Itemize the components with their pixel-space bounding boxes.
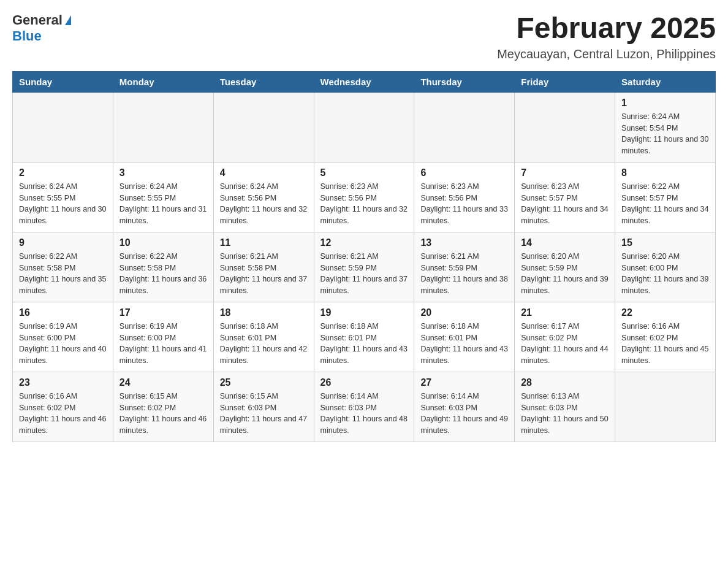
table-row: 20Sunrise: 6:18 AMSunset: 6:01 PMDayligh… [414,302,515,372]
logo-triangle-icon [65,15,71,25]
day-number: 21 [521,307,609,318]
title-block: February 2025 Meycauayan, Central Luzon,… [497,12,716,61]
day-number: 22 [621,307,709,318]
table-row: 14Sunrise: 6:20 AMSunset: 5:59 PMDayligh… [515,232,615,302]
table-row [615,372,716,442]
day-sun-info: Sunrise: 6:21 AMSunset: 5:59 PMDaylight:… [320,251,408,297]
table-row [515,92,615,162]
calendar-week-row: 23Sunrise: 6:16 AMSunset: 6:02 PMDayligh… [13,372,716,442]
day-sun-info: Sunrise: 6:18 AMSunset: 6:01 PMDaylight:… [220,321,308,367]
day-sun-info: Sunrise: 6:23 AMSunset: 5:56 PMDaylight:… [420,181,508,227]
logo-general-text: General [12,12,63,28]
day-number: 19 [320,307,408,318]
day-number: 2 [19,167,107,178]
calendar-header-row: Sunday Monday Tuesday Wednesday Thursday… [13,71,716,92]
table-row: 28Sunrise: 6:13 AMSunset: 6:03 PMDayligh… [515,372,615,442]
table-row: 23Sunrise: 6:16 AMSunset: 6:02 PMDayligh… [13,372,113,442]
day-number: 15 [621,237,709,248]
day-sun-info: Sunrise: 6:18 AMSunset: 6:01 PMDaylight:… [420,321,508,367]
day-sun-info: Sunrise: 6:14 AMSunset: 6:03 PMDaylight:… [320,391,408,437]
calendar-week-row: 9Sunrise: 6:22 AMSunset: 5:58 PMDaylight… [13,232,716,302]
day-sun-info: Sunrise: 6:24 AMSunset: 5:55 PMDaylight:… [19,181,107,227]
day-number: 12 [320,237,408,248]
day-sun-info: Sunrise: 6:24 AMSunset: 5:56 PMDaylight:… [220,181,308,227]
day-sun-info: Sunrise: 6:15 AMSunset: 6:02 PMDaylight:… [119,391,207,437]
table-row: 17Sunrise: 6:19 AMSunset: 6:00 PMDayligh… [113,302,213,372]
day-number: 23 [19,377,107,388]
day-number: 14 [521,237,609,248]
table-row [13,92,113,162]
calendar-table: Sunday Monday Tuesday Wednesday Thursday… [12,71,716,442]
day-sun-info: Sunrise: 6:21 AMSunset: 5:59 PMDaylight:… [420,251,508,297]
table-row [314,92,414,162]
table-row: 19Sunrise: 6:18 AMSunset: 6:01 PMDayligh… [314,302,414,372]
table-row: 21Sunrise: 6:17 AMSunset: 6:02 PMDayligh… [515,302,615,372]
day-number: 3 [119,167,207,178]
col-friday: Friday [515,71,615,92]
day-number: 4 [220,167,308,178]
table-row: 12Sunrise: 6:21 AMSunset: 5:59 PMDayligh… [314,232,414,302]
table-row: 26Sunrise: 6:14 AMSunset: 6:03 PMDayligh… [314,372,414,442]
day-sun-info: Sunrise: 6:24 AMSunset: 5:55 PMDaylight:… [119,181,207,227]
table-row: 3Sunrise: 6:24 AMSunset: 5:55 PMDaylight… [113,162,213,232]
table-row: 9Sunrise: 6:22 AMSunset: 5:58 PMDaylight… [13,232,113,302]
day-number: 6 [420,167,508,178]
day-number: 24 [119,377,207,388]
day-sun-info: Sunrise: 6:14 AMSunset: 6:03 PMDaylight:… [420,391,508,437]
table-row: 18Sunrise: 6:18 AMSunset: 6:01 PMDayligh… [213,302,314,372]
day-number: 17 [119,307,207,318]
table-row: 13Sunrise: 6:21 AMSunset: 5:59 PMDayligh… [414,232,515,302]
day-number: 20 [420,307,508,318]
day-number: 13 [420,237,508,248]
day-number: 8 [621,167,709,178]
day-sun-info: Sunrise: 6:19 AMSunset: 6:00 PMDaylight:… [119,321,207,367]
col-saturday: Saturday [615,71,716,92]
table-row: 11Sunrise: 6:21 AMSunset: 5:58 PMDayligh… [213,232,314,302]
col-wednesday: Wednesday [314,71,414,92]
day-sun-info: Sunrise: 6:19 AMSunset: 6:00 PMDaylight:… [19,321,107,367]
col-monday: Monday [113,71,213,92]
day-sun-info: Sunrise: 6:17 AMSunset: 6:02 PMDaylight:… [521,321,609,367]
day-number: 18 [220,307,308,318]
table-row: 8Sunrise: 6:22 AMSunset: 5:57 PMDaylight… [615,162,716,232]
table-row: 5Sunrise: 6:23 AMSunset: 5:56 PMDaylight… [314,162,414,232]
table-row [213,92,314,162]
day-sun-info: Sunrise: 6:22 AMSunset: 5:58 PMDaylight:… [119,251,207,297]
table-row: 2Sunrise: 6:24 AMSunset: 5:55 PMDaylight… [13,162,113,232]
page-header: General Blue February 2025 Meycauayan, C… [12,12,716,61]
day-sun-info: Sunrise: 6:15 AMSunset: 6:03 PMDaylight:… [220,391,308,437]
day-sun-info: Sunrise: 6:20 AMSunset: 6:00 PMDaylight:… [621,251,709,297]
day-sun-info: Sunrise: 6:16 AMSunset: 6:02 PMDaylight:… [19,391,107,437]
table-row: 1Sunrise: 6:24 AMSunset: 5:54 PMDaylight… [615,92,716,162]
day-sun-info: Sunrise: 6:23 AMSunset: 5:56 PMDaylight:… [320,181,408,227]
day-number: 16 [19,307,107,318]
day-number: 1 [621,98,709,109]
table-row: 25Sunrise: 6:15 AMSunset: 6:03 PMDayligh… [213,372,314,442]
col-tuesday: Tuesday [213,71,314,92]
day-number: 5 [320,167,408,178]
table-row: 27Sunrise: 6:14 AMSunset: 6:03 PMDayligh… [414,372,515,442]
table-row: 15Sunrise: 6:20 AMSunset: 6:00 PMDayligh… [615,232,716,302]
table-row: 16Sunrise: 6:19 AMSunset: 6:00 PMDayligh… [13,302,113,372]
day-sun-info: Sunrise: 6:16 AMSunset: 6:02 PMDaylight:… [621,321,709,367]
location-subtitle: Meycauayan, Central Luzon, Philippines [497,47,716,61]
calendar-week-row: 2Sunrise: 6:24 AMSunset: 5:55 PMDaylight… [13,162,716,232]
day-number: 28 [521,377,609,388]
day-number: 27 [420,377,508,388]
col-sunday: Sunday [13,71,113,92]
day-sun-info: Sunrise: 6:20 AMSunset: 5:59 PMDaylight:… [521,251,609,297]
table-row: 7Sunrise: 6:23 AMSunset: 5:57 PMDaylight… [515,162,615,232]
day-number: 26 [320,377,408,388]
day-sun-info: Sunrise: 6:23 AMSunset: 5:57 PMDaylight:… [521,181,609,227]
day-number: 10 [119,237,207,248]
calendar-week-row: 1Sunrise: 6:24 AMSunset: 5:54 PMDaylight… [13,92,716,162]
day-number: 7 [521,167,609,178]
table-row [414,92,515,162]
table-row [113,92,213,162]
logo-blue-text: Blue [12,28,42,44]
day-sun-info: Sunrise: 6:24 AMSunset: 5:54 PMDaylight:… [621,111,709,157]
day-number: 9 [19,237,107,248]
day-number: 25 [220,377,308,388]
day-sun-info: Sunrise: 6:22 AMSunset: 5:58 PMDaylight:… [19,251,107,297]
table-row: 6Sunrise: 6:23 AMSunset: 5:56 PMDaylight… [414,162,515,232]
